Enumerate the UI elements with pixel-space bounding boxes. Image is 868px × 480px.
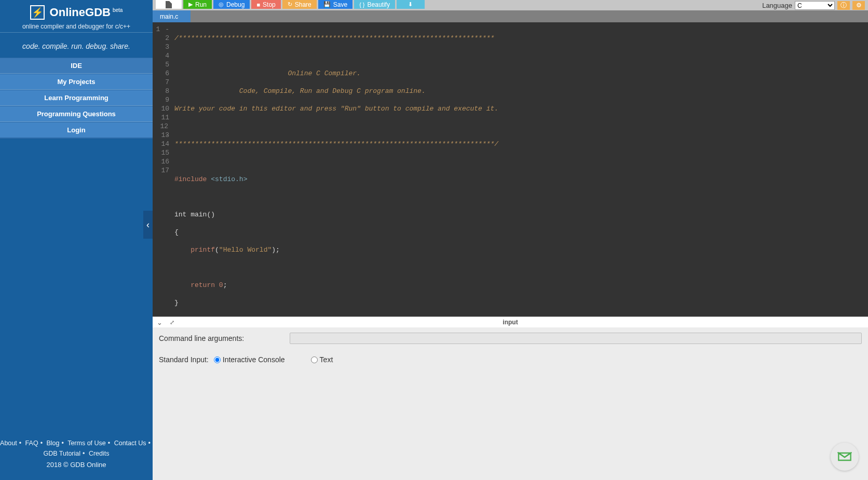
footer-links: About• FAQ• Blog• Terms of Use• Contact …	[0, 438, 153, 471]
brand-block: ⚡ OnlineGDBbeta online compiler and debu…	[0, 0, 153, 32]
code-editor[interactable]: 1 - 2345 6789 101112 - 1314151617 /*****…	[153, 22, 868, 317]
nav-login[interactable]: Login	[0, 122, 153, 139]
new-file-button[interactable]	[156, 0, 182, 9]
nav-questions[interactable]: Programming Questions	[0, 106, 153, 122]
share-icon: ↻	[288, 1, 292, 8]
toolbar: ▶Run ◎Debug ■Stop ↻Share 💾Save { }Beauti…	[153, 0, 868, 10]
tab-main-c[interactable]: main.c	[153, 10, 191, 22]
download-icon: ⬇	[408, 1, 413, 8]
brand-title: OnlineGDBbeta	[50, 6, 123, 19]
settings-button[interactable]: ⚙	[852, 1, 865, 10]
share-button[interactable]: ↻Share	[282, 0, 317, 9]
stop-icon: ■	[256, 2, 260, 8]
chat-bubble-button[interactable]	[831, 443, 859, 471]
sidebar-collapse-handle[interactable]: ‹	[143, 211, 153, 239]
stdin-interactive-option[interactable]: Interactive Console	[214, 355, 285, 364]
cli-label: Command line arguments:	[159, 334, 244, 342]
language-label: Language	[762, 2, 792, 9]
footer-about[interactable]: About	[0, 440, 17, 447]
stop-button[interactable]: ■Stop	[251, 0, 280, 9]
run-button[interactable]: ▶Run	[183, 0, 212, 9]
input-panel-header: ⌄ ⤢ input	[153, 317, 868, 327]
nav-ide[interactable]: IDE	[0, 58, 153, 74]
info-icon: ⓘ	[840, 1, 847, 10]
nav-learn[interactable]: Learn Programming	[0, 90, 153, 106]
footer-terms[interactable]: Terms of Use	[67, 440, 106, 447]
input-panel: Command line arguments: Standard Input: …	[153, 327, 868, 480]
braces-icon: { }	[359, 2, 364, 8]
copyright: 2018 © GDB Online	[0, 460, 153, 471]
gear-icon: ⚙	[856, 2, 862, 9]
save-button[interactable]: 💾Save	[318, 0, 352, 9]
sidebar-nav: IDE My Projects Learn Programming Progra…	[0, 58, 153, 139]
footer-gdbtut[interactable]: GDB Tutorial	[43, 450, 80, 457]
debug-button[interactable]: ◎Debug	[213, 0, 250, 9]
panel-collapse-icon[interactable]: ⌄	[157, 319, 162, 326]
brand-subtitle: online compiler and debugger for c/c++	[0, 23, 153, 30]
panel-title: input	[503, 319, 518, 326]
language-select[interactable]: C	[795, 1, 835, 10]
gutter: 1 - 2345 6789 101112 - 1314151617	[153, 22, 173, 317]
save-icon: 💾	[323, 1, 331, 8]
beautify-button[interactable]: { }Beautify	[354, 0, 395, 9]
stdin-interactive-radio[interactable]	[214, 356, 221, 363]
sidebar: ⚡ OnlineGDBbeta online compiler and debu…	[0, 0, 153, 480]
envelope-icon	[837, 449, 852, 464]
panel-expand-icon[interactable]: ⤢	[170, 319, 174, 326]
bolt-icon: ⚡	[30, 5, 45, 20]
stdin-text-radio[interactable]	[311, 356, 318, 363]
file-icon	[166, 1, 172, 8]
footer-faq[interactable]: FAQ	[25, 440, 38, 447]
download-button[interactable]: ⬇	[397, 0, 425, 9]
footer-contact[interactable]: Contact Us	[114, 440, 146, 447]
footer-blog[interactable]: Blog	[47, 440, 60, 447]
stdin-label: Standard Input:	[159, 355, 209, 364]
play-icon: ▶	[188, 1, 193, 8]
nav-myprojects[interactable]: My Projects	[0, 74, 153, 90]
info-button[interactable]: ⓘ	[837, 1, 850, 10]
code-area[interactable]: /***************************************…	[173, 22, 498, 317]
cli-args-input[interactable]	[290, 333, 862, 344]
stdin-text-option[interactable]: Text	[311, 355, 333, 364]
target-icon: ◎	[219, 1, 224, 8]
footer-credits[interactable]: Credits	[89, 450, 110, 457]
main: ▶Run ◎Debug ■Stop ↻Share 💾Save { }Beauti…	[153, 0, 868, 480]
tagline: code. compile. run. debug. share.	[0, 32, 153, 58]
editor-tabs: main.c	[153, 10, 868, 22]
